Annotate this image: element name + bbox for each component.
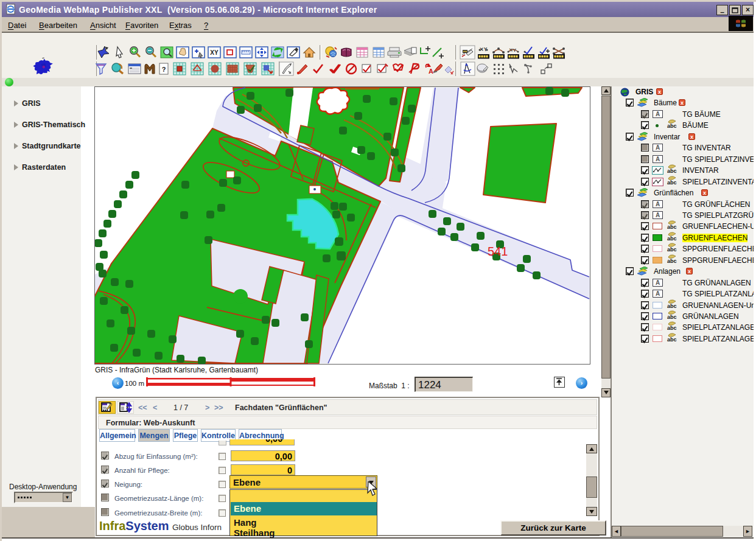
svg-text:abc: abc — [667, 303, 677, 309]
svg-text:✕Y: ✕Y — [480, 46, 488, 52]
svg-text:?: ? — [162, 66, 166, 73]
svg-text:abc: abc — [667, 168, 677, 174]
svg-text:abc: abc — [667, 337, 677, 343]
svg-text:abc: abc — [667, 258, 677, 264]
svg-text:abc: abc — [667, 325, 677, 331]
svg-text:abc: abc — [667, 224, 677, 230]
svg-text:A: A — [429, 68, 433, 75]
svg-text:abc: abc — [667, 236, 677, 242]
svg-text:abc: abc — [667, 246, 677, 253]
svg-text:XY: XY — [210, 49, 219, 56]
svg-text:abc: abc — [667, 180, 677, 186]
svg-text:abc: abc — [667, 314, 677, 320]
svg-text:abc: abc — [667, 123, 677, 129]
svg-text:541: 541 — [488, 245, 508, 258]
